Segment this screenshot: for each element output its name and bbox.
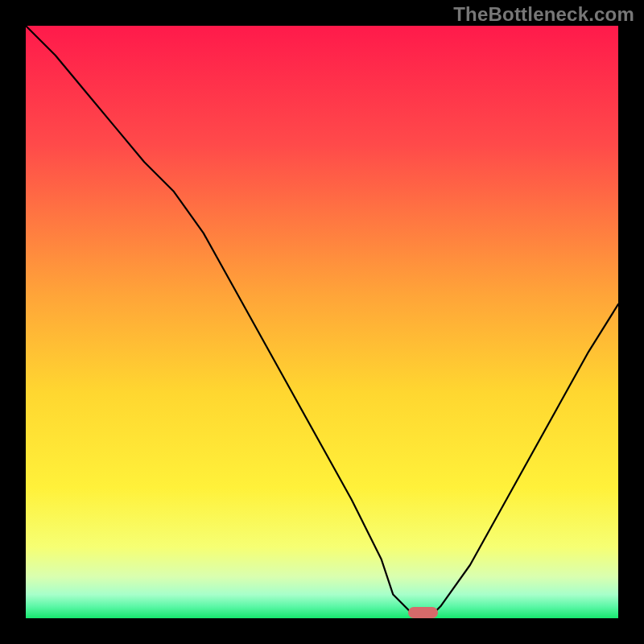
curve-line — [26, 26, 618, 618]
watermark-text: TheBottleneck.com — [453, 3, 634, 26]
chart-frame: TheBottleneck.com — [0, 0, 644, 644]
plot-area — [26, 26, 618, 618]
optimum-marker — [408, 607, 438, 618]
